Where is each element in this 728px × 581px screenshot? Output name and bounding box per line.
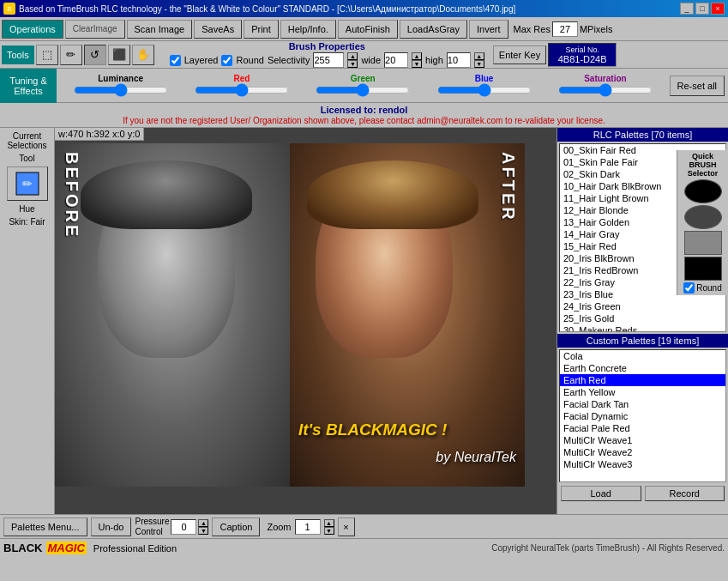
pressure-input[interactable]	[171, 519, 196, 535]
invert-button[interactable]: Invert	[469, 20, 508, 39]
custom-palette-list[interactable]: ColaEarth ConcreteEarth RedEarth YellowF…	[559, 349, 726, 482]
brush-swatch-1[interactable]	[684, 179, 722, 203]
palettes-menu-button[interactable]: Palettes Menu...	[3, 517, 87, 536]
high-input[interactable]	[447, 52, 471, 68]
record-button[interactable]: Record	[645, 486, 725, 501]
round-checkbox-2[interactable]	[683, 282, 695, 294]
maximize-button[interactable]: □	[695, 3, 709, 15]
serial-no-value: 4B81-D24B	[552, 54, 612, 64]
print-button[interactable]: Print	[244, 20, 279, 39]
close-button[interactable]: ×	[711, 3, 725, 15]
zoom-up[interactable]: ▲	[324, 519, 334, 527]
canvas-area[interactable]: w:470 h:392 x:0 y:0 BEFORE AFTER	[55, 128, 557, 514]
canvas-image: BEFORE AFTER It's BLACKMAGIC ! by Neural…	[55, 143, 525, 487]
custom-palette-item[interactable]: Facial Pale Red	[560, 422, 725, 434]
wide-spinner[interactable]: ▲ ▼	[412, 52, 422, 68]
custom-palette-item[interactable]: Earth Concrete	[560, 362, 725, 374]
undo-button[interactable]: Un-do	[91, 517, 132, 536]
high-spinner[interactable]: ▲ ▼	[474, 52, 484, 68]
licensed-to: Licensed to: rendol	[321, 105, 407, 115]
tools-row: Tools ⬚ ✏ ↺ ⬛ ✋ Brush Properties Layered…	[0, 41, 728, 69]
load-button[interactable]: Load	[561, 486, 641, 501]
load-as-gray-button[interactable]: LoadAsGray	[400, 20, 467, 39]
green-slider[interactable]	[316, 83, 410, 97]
bottom-toolbar: Palettes Menu... Un-do PressureControl ▲…	[0, 514, 728, 538]
wide-up[interactable]: ▲	[412, 52, 422, 60]
select-tool-button[interactable]: ⬚	[36, 45, 58, 65]
mpixels-label: MPixels	[580, 24, 613, 34]
help-info-button[interactable]: Help/Info.	[280, 20, 336, 39]
auto-finish-button[interactable]: AutoFinish	[338, 20, 398, 39]
brush-tool-button[interactable]: ✏	[60, 45, 82, 65]
tuning-effects-row: Tuning & Effects Luminance Red Green Blu…	[0, 69, 728, 103]
selectivity-spinner[interactable]: ▲ ▼	[347, 52, 358, 68]
operations-menu[interactable]: Operations	[2, 20, 63, 39]
selectivity-down[interactable]: ▼	[347, 60, 358, 68]
rlc-palette-item[interactable]: 30_Makeup Reds	[560, 324, 725, 332]
selectivity-input[interactable]	[313, 52, 344, 68]
tool-label: Tool	[3, 154, 51, 163]
max-res-label: Max Res	[514, 24, 551, 34]
zoom-spinner[interactable]: ▲ ▼	[324, 519, 334, 535]
layered-label: Layered	[184, 55, 219, 65]
brush-swatch-4[interactable]	[684, 257, 722, 281]
luminance-slider[interactable]	[74, 83, 168, 97]
rlc-palette-item[interactable]: 25_Iris Gold	[560, 312, 725, 324]
license-bar: Licensed to: rendol If you are not the r…	[0, 103, 728, 128]
reset-all-button[interactable]: Re-set all	[670, 76, 725, 96]
red-slider[interactable]	[195, 83, 289, 97]
edition-label: Professional Edition	[93, 543, 177, 554]
tool-icon-button[interactable]: ✏	[7, 166, 48, 201]
wide-input[interactable]	[384, 52, 408, 68]
scan-image-button[interactable]: Scan Image	[127, 20, 193, 39]
titlebar-buttons[interactable]: _ □ ×	[680, 3, 725, 15]
serial-number: Serial No. 4B81-D24B	[548, 43, 617, 67]
brush-swatch-2[interactable]	[684, 205, 722, 229]
clear-image-button[interactable]: ClearImage	[65, 20, 125, 39]
max-res-input[interactable]	[552, 21, 578, 37]
custom-palette-item[interactable]: MultiClr Weave1	[560, 434, 725, 446]
high-up[interactable]: ▲	[474, 52, 484, 60]
license-warning: If you are not the registered User/ Orga…	[123, 116, 605, 125]
blue-slider-group: Blue	[424, 74, 544, 97]
custom-palette-item[interactable]: Cola	[560, 350, 725, 362]
layered-checkbox[interactable]	[170, 55, 181, 66]
round-checkbox[interactable]	[221, 55, 232, 66]
brush-swatch-3[interactable]	[684, 231, 722, 255]
custom-palette-item[interactable]: MultiClr Weave2	[560, 446, 725, 458]
zoom-down[interactable]: ▼	[324, 527, 334, 535]
load-record-row: Load Record	[557, 484, 728, 503]
green-slider-group: Green	[303, 74, 424, 97]
custom-palette-item[interactable]: Facial Dark Tan	[560, 398, 725, 410]
custom-palette-item[interactable]: Facial Dynamic	[560, 410, 725, 422]
minimize-button[interactable]: _	[680, 3, 694, 15]
pressure-down[interactable]: ▼	[198, 527, 208, 535]
blue-slider[interactable]	[437, 83, 532, 97]
main-content: Current Selections Tool ✏ Hue Skin: Fair…	[0, 128, 728, 514]
red-slider-group: Red	[181, 74, 302, 97]
wide-label: wide	[361, 55, 381, 65]
saturation-slider[interactable]	[558, 83, 653, 97]
zoom-input[interactable]	[295, 519, 321, 535]
save-as-button[interactable]: SaveAs	[194, 20, 242, 39]
luminance-slider-group: Luminance	[60, 74, 181, 97]
rlc-palette-item[interactable]: 24_Iris Green	[560, 300, 725, 312]
red-label: Red	[234, 74, 250, 83]
brush-controls: Layered Round Selectivity ▲ ▼ wide ▲ ▼ h…	[170, 52, 484, 68]
undo-tool-button[interactable]: ↺	[84, 45, 106, 65]
pressure-spinner[interactable]: ▲ ▼	[198, 519, 208, 535]
caption-button[interactable]: Caption	[212, 517, 260, 536]
pressure-up[interactable]: ▲	[198, 519, 208, 527]
fill-tool-button[interactable]: ⬛	[108, 45, 130, 65]
left-panel: Current Selections Tool ✏ Hue Skin: Fair	[0, 128, 55, 514]
luminance-label: Luminance	[98, 74, 143, 83]
custom-palette-item[interactable]: Earth Red	[560, 374, 725, 386]
custom-palette-item[interactable]: Earth Yellow	[560, 386, 725, 398]
close-zoom-button[interactable]: ×	[338, 517, 355, 536]
high-down[interactable]: ▼	[474, 60, 484, 68]
custom-palette-item[interactable]: MultiClr Weave3	[560, 458, 725, 470]
enter-key-button[interactable]: Enter Key	[493, 45, 546, 64]
selectivity-up[interactable]: ▲	[347, 52, 358, 60]
wide-down[interactable]: ▼	[412, 60, 422, 68]
pan-tool-button[interactable]: ✋	[132, 45, 154, 65]
